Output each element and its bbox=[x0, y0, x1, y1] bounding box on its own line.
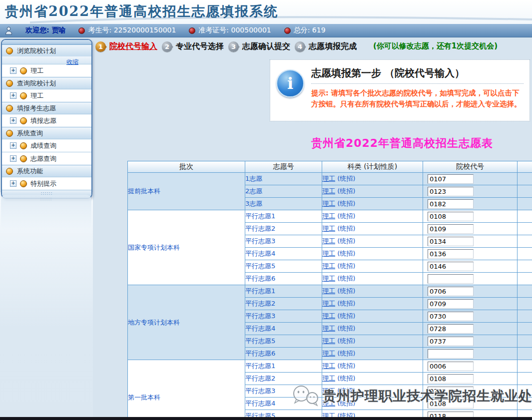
college-code-input[interactable] bbox=[428, 174, 474, 184]
expand-plus-icon[interactable]: + bbox=[10, 180, 16, 187]
category-cell: 理工 (统招) bbox=[322, 310, 423, 323]
slot-cell: 平行志愿4 bbox=[245, 323, 322, 335]
sidebar-section-1[interactable]: 查询院校计划 bbox=[2, 77, 91, 89]
step-4: 4志愿填报完成 bbox=[295, 41, 357, 52]
college-code-input[interactable] bbox=[428, 249, 474, 259]
sidebar-item-填报志愿[interactable]: +填报志愿 bbox=[2, 114, 91, 127]
plan-label: (统招) bbox=[335, 400, 355, 407]
batch-cell-2: 地方专项计划本科 bbox=[128, 285, 245, 360]
college-code-input[interactable] bbox=[428, 337, 474, 346]
slot-cell: 3志愿 bbox=[245, 198, 322, 210]
category-cell: 理工 (统招) bbox=[322, 298, 423, 310]
expand-plus-icon[interactable]: + bbox=[10, 117, 16, 124]
college-code-input[interactable] bbox=[428, 324, 474, 334]
college-code-input[interactable] bbox=[428, 237, 474, 246]
sidebar-item-志愿查询[interactable]: +志愿查询 bbox=[2, 152, 91, 165]
category-link[interactable]: 理工 bbox=[322, 300, 335, 307]
user-field-2: 总分: 619 bbox=[284, 26, 326, 35]
sidebar-item-理工[interactable]: +理工 bbox=[2, 89, 91, 102]
plan-label: (统招) bbox=[335, 375, 355, 382]
cutoff-cell bbox=[518, 335, 532, 348]
college-code-input[interactable] bbox=[428, 224, 474, 234]
category-link[interactable]: 理工 bbox=[322, 400, 335, 407]
cutoff-cell bbox=[518, 348, 532, 360]
slot-cell: 平行志愿1 bbox=[245, 285, 322, 298]
expand-plus-icon[interactable]: + bbox=[10, 142, 16, 149]
college-code-input[interactable] bbox=[428, 349, 474, 359]
step-1[interactable]: 1院校代号输入 bbox=[95, 41, 157, 52]
slot-cell: 平行志愿3 bbox=[245, 235, 322, 248]
category-link[interactable]: 理工 bbox=[322, 275, 335, 282]
step-number-icon: 1 bbox=[95, 41, 106, 52]
orange-bullet-icon bbox=[6, 130, 13, 137]
college-code-input[interactable] bbox=[428, 262, 474, 271]
bottom-dark-bar bbox=[0, 417, 532, 420]
category-link[interactable]: 理工 bbox=[322, 250, 335, 257]
college-code-input[interactable] bbox=[428, 312, 474, 321]
plan-label: (统招) bbox=[335, 300, 355, 307]
category-link[interactable]: 理工 bbox=[322, 262, 335, 270]
college-code-input[interactable] bbox=[428, 199, 474, 209]
category-link[interactable]: 理工 bbox=[322, 350, 335, 357]
category-link[interactable]: 理工 bbox=[322, 387, 335, 395]
sidebar-section-2[interactable]: 填报考生志愿 bbox=[2, 102, 91, 114]
cutoff-cell bbox=[518, 285, 532, 298]
code-cell bbox=[423, 373, 518, 385]
step-label[interactable]: 院校代号输入 bbox=[109, 41, 157, 52]
college-code-input[interactable] bbox=[428, 362, 474, 371]
category-cell: 理工 (统招) bbox=[322, 373, 423, 385]
category-link[interactable]: 理工 bbox=[322, 325, 335, 332]
user-info-bar: 欢迎您: 贾喻 考生号: 22520000150001准考证号: 0005000… bbox=[0, 24, 532, 37]
orange-bullet-icon bbox=[6, 47, 13, 54]
sidebar-section-0[interactable]: 浏览院校计划 bbox=[2, 44, 91, 56]
plan-label: (统招) bbox=[335, 212, 355, 220]
category-cell: 理工 (统招) bbox=[322, 185, 423, 198]
sidebar-section-3[interactable]: 系统查询 bbox=[2, 127, 91, 139]
code-cell bbox=[423, 298, 518, 310]
college-code-input[interactable] bbox=[428, 387, 474, 396]
college-code-input[interactable] bbox=[428, 374, 474, 384]
college-code-input[interactable] bbox=[428, 274, 474, 284]
slot-cell: 平行志愿2 bbox=[245, 373, 322, 385]
category-link[interactable]: 理工 bbox=[322, 225, 335, 232]
batch-cell-0: 提前批本科 bbox=[128, 173, 245, 210]
category-link[interactable]: 理工 bbox=[322, 287, 335, 295]
sidebar-section-4[interactable]: 系统功能 bbox=[2, 165, 91, 177]
step-2: 2专业代号选择 bbox=[162, 41, 224, 52]
category-link[interactable]: 理工 bbox=[322, 200, 335, 207]
sidebar-section-label: 查询院校计划 bbox=[17, 79, 56, 88]
orange-bullet-icon bbox=[20, 67, 27, 74]
orange-bullet-icon bbox=[6, 168, 13, 175]
step-label: 志愿确认提交 bbox=[242, 41, 290, 52]
sidebar-section-label: 浏览院校计划 bbox=[17, 46, 56, 55]
category-cell: 理工 (统招) bbox=[322, 260, 423, 273]
category-cell: 理工 (统招) bbox=[322, 235, 423, 248]
expand-plus-icon[interactable]: + bbox=[10, 67, 16, 74]
college-code-input[interactable] bbox=[428, 187, 474, 196]
college-code-input[interactable] bbox=[428, 399, 474, 409]
category-link[interactable]: 理工 bbox=[322, 337, 335, 345]
category-link[interactable]: 理工 bbox=[322, 187, 335, 195]
college-code-input[interactable] bbox=[428, 299, 474, 309]
welcome-user-label: 欢迎您: 贾喻 bbox=[25, 26, 65, 35]
category-link[interactable]: 理工 bbox=[322, 375, 335, 382]
sidebar-item-理工[interactable]: +理工 bbox=[2, 64, 91, 77]
expand-plus-icon[interactable]: + bbox=[10, 155, 16, 162]
collapse-link[interactable]: 收缩 bbox=[66, 58, 78, 65]
category-cell: 理工 (统招) bbox=[322, 173, 423, 185]
category-link[interactable]: 理工 bbox=[322, 175, 335, 182]
category-link[interactable]: 理工 bbox=[322, 212, 335, 220]
category-link[interactable]: 理工 bbox=[322, 362, 335, 370]
code-cell bbox=[423, 198, 518, 210]
orange-bullet-icon bbox=[20, 142, 27, 149]
college-code-input[interactable] bbox=[428, 212, 474, 221]
red-bullet-icon bbox=[78, 27, 85, 34]
slot-cell: 2志愿 bbox=[245, 185, 322, 198]
expand-plus-icon[interactable]: + bbox=[10, 92, 16, 99]
college-code-input[interactable] bbox=[428, 287, 474, 296]
cutoff-cell bbox=[518, 185, 532, 198]
sidebar-item-成绩查询[interactable]: +成绩查询 bbox=[2, 139, 91, 152]
category-link[interactable]: 理工 bbox=[322, 312, 335, 320]
sidebar-item-特别提示[interactable]: +特别提示 bbox=[2, 177, 91, 190]
category-link[interactable]: 理工 bbox=[322, 237, 335, 245]
